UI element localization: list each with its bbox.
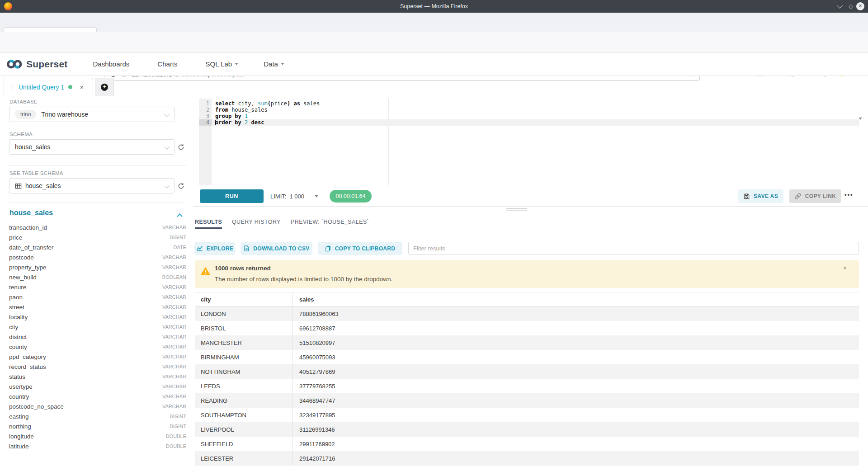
schema-column-row[interactable]: districtVARCHAR — [9, 332, 186, 342]
column-header-city[interactable]: city — [195, 292, 293, 306]
run-button[interactable]: RUN — [200, 189, 264, 203]
column-name: latitude — [9, 443, 29, 450]
schema-column-row[interactable]: northingBIGINT — [9, 421, 186, 431]
window-title: Superset — Mozilla Firefox — [0, 3, 868, 9]
schema-column-row[interactable]: usertypeVARCHAR — [9, 382, 186, 391]
column-name: usertype — [9, 383, 33, 390]
gutter-line-number: 2 — [199, 107, 212, 113]
collapse-chevron-up-icon[interactable] — [177, 213, 183, 219]
schema-label: SCHEMA — [9, 132, 33, 137]
table-schema-select[interactable]: house_sales — [9, 178, 175, 193]
schema-column-row[interactable]: latitudeDOUBLE — [9, 441, 186, 451]
schema-column-row[interactable]: new_buildBOOLEAN — [9, 272, 186, 282]
limit-dropdown[interactable]: LIMIT: 1 000 — [270, 189, 318, 203]
schema-column-row[interactable]: cityVARCHAR — [9, 322, 186, 332]
column-name: property_type — [9, 264, 47, 271]
code-line[interactable]: group by 1 — [212, 113, 859, 119]
warning-close-icon[interactable]: × — [843, 264, 847, 272]
tab-preview-house-sales[interactable]: PREVIEW: `HOUSE_SALES` — [291, 219, 369, 225]
column-name: transaction_id — [9, 224, 47, 231]
schema-column-row[interactable]: postcodeVARCHAR — [9, 252, 186, 262]
cell-city: SHEFFIELD — [195, 437, 293, 451]
refresh-table-icon[interactable] — [177, 182, 185, 190]
schema-column-row[interactable]: statusVARCHAR — [9, 372, 186, 382]
refresh-schema-icon[interactable] — [177, 143, 185, 151]
schema-column-row[interactable]: countryVARCHAR — [9, 391, 186, 401]
column-type: VARCHAR — [162, 364, 186, 369]
superset-logo[interactable] — [6, 58, 23, 70]
schema-column-row[interactable]: localityVARCHAR — [9, 312, 186, 322]
more-options-button[interactable]: ••• — [844, 191, 854, 198]
cell-sales: 34468947747 — [293, 397, 859, 404]
cell-city: SOUTHAMPTON — [195, 408, 293, 422]
drag-handle-icon[interactable]: ⋮ — [9, 84, 15, 90]
schema-column-row[interactable]: date_of_transferDATE — [9, 242, 186, 252]
nav-item-charts[interactable]: Charts — [157, 60, 177, 68]
schema-column-row[interactable]: longitudeDOUBLE — [9, 431, 186, 441]
window-close-icon[interactable]: × — [856, 2, 864, 10]
table-row: LEEDS37779768255 — [195, 379, 859, 393]
nav-item-data[interactable]: Data — [264, 60, 284, 68]
results-tbody: LONDON788861960063BRISTOL69612708887MANC… — [195, 306, 859, 466]
editor-code[interactable]: select city, sum(price) as salesfrom hou… — [212, 99, 859, 126]
screen: Superset — Mozilla Firefox ◇ × ∞ Superse… — [0, 0, 868, 471]
code-line[interactable]: order by 2 desc — [212, 119, 859, 126]
query-tab-close-icon[interactable]: × — [80, 83, 84, 91]
table-name-heading[interactable]: house_sales — [9, 209, 53, 217]
schema-column-row[interactable]: ppd_categoryVARCHAR — [9, 352, 186, 362]
code-line[interactable]: select city, sum(price) as sales — [212, 100, 859, 107]
nav-item-sql-lab[interactable]: SQL Lab — [206, 60, 239, 68]
query-status-dot — [68, 85, 72, 89]
column-name: street — [9, 304, 24, 311]
add-query-tab-button[interactable]: + — [95, 78, 114, 96]
pane-resize-handle[interactable] — [506, 208, 527, 212]
query-tab[interactable]: ⋮ Untitled Query 1 × — [4, 78, 93, 96]
column-type: BIGINT — [170, 414, 186, 419]
schema-column-row[interactable]: streetVARCHAR — [9, 302, 186, 312]
sql-editor[interactable]: 1234 select city, sum(price) as salesfro… — [199, 99, 859, 185]
cell-sales: 69612708887 — [293, 325, 859, 332]
chevron-down-icon — [164, 112, 169, 117]
nav-item-dashboards[interactable]: Dashboards — [93, 60, 129, 68]
copy-link-button[interactable]: COPY LINK — [789, 189, 841, 203]
save-as-button[interactable]: SAVE AS — [738, 189, 783, 203]
database-select[interactable]: trino Trino warehouse — [9, 107, 175, 122]
schema-column-row[interactable]: paonVARCHAR — [9, 292, 186, 302]
chevron-down-icon — [164, 144, 169, 149]
column-header-sales[interactable]: sales — [293, 296, 859, 303]
schema-column-row[interactable]: eastingBIGINT — [9, 411, 186, 421]
table-row: LEICESTER29142071716 — [195, 451, 859, 466]
schema-column-row[interactable]: property_typeVARCHAR — [9, 262, 186, 272]
superset-brand[interactable]: Superset — [26, 59, 67, 70]
column-type: DOUBLE — [166, 443, 186, 449]
explore-button[interactable]: EXPLORE — [194, 242, 235, 255]
schema-select[interactable]: house_sales — [9, 139, 175, 155]
query-tab-label[interactable]: Untitled Query 1 — [19, 84, 64, 91]
column-type: VARCHAR — [162, 314, 186, 320]
tab-results[interactable]: RESULTS — [195, 219, 222, 225]
schema-column-row[interactable]: transaction_idVARCHAR — [9, 222, 186, 232]
schema-column-row[interactable]: countyVARCHAR — [9, 342, 186, 352]
cell-city: NOTTINGHAM — [195, 364, 293, 379]
column-type: VARCHAR — [162, 304, 186, 310]
chevron-down-icon — [164, 183, 169, 188]
filter-results-input[interactable] — [408, 242, 859, 255]
tab-query-history[interactable]: QUERY HISTORY — [232, 219, 281, 225]
code-line[interactable]: from house_sales — [212, 107, 859, 113]
schema-column-list: transaction_idVARCHARpriceBIGINTdate_of_… — [9, 222, 186, 451]
schema-value: house_sales — [15, 143, 51, 151]
copy-clipboard-button[interactable]: COPY TO CLIPBOARD — [318, 242, 402, 255]
column-name: city — [9, 324, 18, 330]
clipboard-icon — [325, 245, 331, 252]
column-name: northing — [9, 423, 31, 430]
schema-column-row[interactable]: tenureVARCHAR — [9, 282, 186, 292]
schema-column-row[interactable]: record_statusVARCHAR — [9, 362, 186, 372]
limit-label: LIMIT: — [270, 193, 286, 200]
link-icon — [794, 193, 802, 200]
schema-column-row[interactable]: priceBIGINT — [9, 232, 186, 242]
table-schema-label: SEE TABLE SCHEMA — [9, 170, 63, 176]
window-maximize-icon[interactable]: ◇ — [849, 3, 853, 9]
download-csv-button[interactable]: DOWNLOAD TO CSV — [241, 242, 312, 255]
table-row: LONDON788861960063 — [195, 306, 859, 321]
schema-column-row[interactable]: postcode_no_spaceVARCHAR — [9, 401, 186, 411]
